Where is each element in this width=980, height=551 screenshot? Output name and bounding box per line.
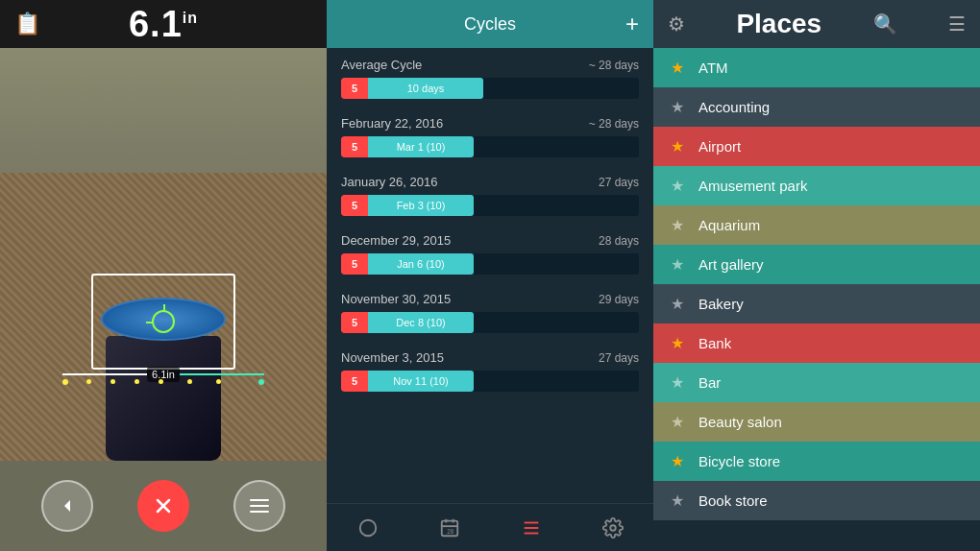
places-list: ★ ATM ★ Accounting ★ Airport ★ Amusement… [653,48,980,551]
cycle-teal-bar: 10 days [368,78,483,99]
cycles-title: Cycles [464,14,516,35]
cycle-teal-bar: Mar 1 (10) [368,136,474,157]
cycle-label: Average Cycle [341,58,422,72]
ar-crosshair [152,310,175,333]
cycles-list: Average Cycle ~ 28 days 5 10 days Februa… [327,48,653,503]
circle-tab[interactable] [349,509,387,547]
cycle-teal-bar: Dec 8 (10) [368,312,474,333]
cycle-red-bar: 5 [341,371,368,392]
list-item[interactable]: ★ Airport [653,127,980,166]
list-item[interactable]: ★ Art gallery [653,245,980,284]
places-panel: ⚙ Places 🔍 ☰ ★ ATM ★ Accounting ★ Airpor… [653,0,980,551]
star-icon[interactable]: ★ [668,98,687,117]
list-item[interactable]: ★ Book store [653,481,980,520]
cycle-days: 28 days [599,234,639,248]
cycle-bar: 5 Mar 1 (10) [341,136,639,157]
ar-toolbar [0,461,327,551]
cycle-label: November 3, 2015 [341,350,444,365]
svg-point-9 [610,525,616,531]
cycle-label: January 26, 2016 [341,175,437,189]
star-icon[interactable]: ★ [668,413,687,432]
document-icon: 📋 [14,12,40,36]
cycle-bar: 5 Feb 3 (10) [341,195,639,216]
star-icon[interactable]: ★ [668,334,687,353]
list-item[interactable]: ★ Bank [653,323,980,363]
star-icon[interactable]: ★ [668,137,687,156]
place-name: ATM [698,60,728,76]
svg-point-0 [359,519,376,536]
list-item[interactable]: ★ Aquarium [653,205,980,245]
menu-button[interactable] [233,480,285,532]
cycle-teal-bar: Feb 3 (10) [368,195,474,216]
star-icon[interactable]: ★ [668,452,687,471]
measurement-number: 6.1 [129,4,183,44]
cycle-teal-bar: Nov 11 (10) [368,371,474,392]
list-item: November 30, 2015 29 days 5 Dec 8 (10) [341,292,639,333]
list-item[interactable]: ★ Accounting [653,87,980,127]
cycle-bar: 5 Dec 8 (10) [341,312,639,333]
cycle-bar: 5 Nov 11 (10) [341,371,639,392]
place-name: Beauty salon [698,414,782,430]
places-title: Places [736,9,821,39]
place-name: Bank [698,335,731,351]
measurement-unit: in [183,10,198,26]
cycle-days: 29 days [599,293,639,306]
settings-icon[interactable]: ⚙ [668,12,685,36]
list-item[interactable]: ★ Beauty salon [653,402,980,442]
bars-tab[interactable] [512,509,551,547]
place-name: Book store [698,492,768,509]
cycle-bar: 5 Jan 6 (10) [341,253,639,275]
svg-text:28: 28 [447,528,454,535]
cycle-red-bar: 5 [341,312,368,333]
place-name: Art gallery [698,256,764,273]
cycle-days: 27 days [599,176,639,189]
list-item: February 22, 2016 ~ 28 days 5 Mar 1 (10) [341,116,639,157]
place-name: Aquarium [698,217,760,233]
calendar-tab[interactable]: 28 [430,509,469,547]
list-item[interactable]: ★ ATM [653,48,980,87]
measurement-value: 6.1in [129,4,198,45]
ar-panel: 📋 6.1in 6.1in [0,0,327,551]
star-icon[interactable]: ★ [668,295,687,314]
cycle-red-bar: 5 [341,136,368,157]
cycle-days: 27 days [599,351,639,365]
list-item: December 29, 2015 28 days 5 Jan 6 (10) [341,233,639,275]
star-icon[interactable]: ★ [668,59,687,78]
list-item[interactable]: ★ Bicycle store [653,442,980,481]
cycle-label: November 30, 2015 [341,292,451,306]
cycle-label: February 22, 2016 [341,116,443,131]
cycles-footer: 28 [327,503,653,551]
place-name: Amusement park [698,178,807,194]
back-button[interactable] [41,480,93,532]
list-item: Average Cycle ~ 28 days 5 10 days [341,58,639,99]
ar-header: 📋 6.1in [0,0,327,48]
place-name: Accounting [698,99,770,115]
ar-rectangle [91,274,235,370]
list-item[interactable]: ★ Bakery [653,284,980,323]
star-icon[interactable]: ★ [668,373,687,393]
ar-scene: 6.1in [0,48,327,461]
star-icon[interactable]: ★ [668,177,687,196]
settings-tab[interactable] [594,509,632,547]
place-name: Bakery [698,296,744,312]
close-button[interactable] [137,480,189,532]
cycle-red-bar: 5 [341,253,368,275]
cycle-label: December 29, 2015 [341,233,451,248]
places-header: ⚙ Places 🔍 ☰ [653,0,980,48]
list-item[interactable]: ★ Bar [653,363,980,402]
cycle-days: ~ 28 days [589,117,639,131]
place-name: Airport [698,138,741,155]
add-cycle-button[interactable]: + [625,11,639,37]
list-item[interactable]: ★ Amusement park [653,166,980,205]
star-icon[interactable]: ★ [668,216,687,235]
place-name: Bicycle store [698,453,780,469]
search-icon[interactable]: 🔍 [873,12,897,36]
cycle-teal-bar: Jan 6 (10) [368,253,474,275]
star-icon[interactable]: ★ [668,491,687,511]
star-icon[interactable]: ★ [668,255,687,275]
cycle-red-bar: 5 [341,78,368,99]
cycles-header: Cycles + [327,0,653,48]
hamburger-icon[interactable]: ☰ [948,12,966,36]
list-item: November 3, 2015 27 days 5 Nov 11 (10) [341,350,639,392]
cycle-days: ~ 28 days [589,59,639,72]
